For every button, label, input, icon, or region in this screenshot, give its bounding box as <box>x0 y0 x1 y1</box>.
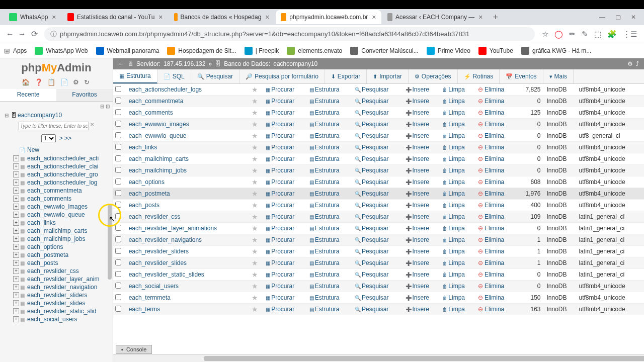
search-action[interactable]: 🔍Pesquisar <box>355 259 388 266</box>
empty-action[interactable]: 🗑Limpa <box>442 144 465 151</box>
row-checkbox[interactable] <box>115 155 121 161</box>
row-checkbox[interactable] <box>115 248 121 254</box>
tree-expand-icon[interactable]: + <box>13 228 19 234</box>
tree-expand-icon[interactable]: + <box>13 171 19 177</box>
search-action[interactable]: 🔍Pesquisar <box>355 98 388 105</box>
drop-action[interactable]: ⊖ Elimina <box>478 213 505 220</box>
content-tab-exportar[interactable]: ⬇Exportar <box>325 69 367 83</box>
favorite-star-icon[interactable]: ★ <box>250 153 264 165</box>
search-action[interactable]: 🔍Pesquisar <box>355 283 388 290</box>
drop-action[interactable]: ⊖ Elimina <box>478 248 505 255</box>
favorite-star-icon[interactable]: ★ <box>250 304 264 315</box>
row-checkbox[interactable] <box>115 213 121 219</box>
tree-expand-icon[interactable]: + <box>13 260 19 266</box>
table-name-link[interactable]: each_ewwwio_queue <box>127 130 250 142</box>
browse-action[interactable]: ▦Procurar <box>266 190 294 197</box>
drop-action[interactable]: ⊖ Elimina <box>478 271 505 278</box>
search-action[interactable]: 🔍Pesquisar <box>355 236 388 243</box>
structure-action[interactable]: ▤Estrutura <box>309 109 340 116</box>
tree-table-item[interactable]: +▦each_mailchimp_carts <box>4 227 113 235</box>
tree-expand-icon[interactable]: + <box>13 236 19 242</box>
empty-action[interactable]: 🗑Limpa <box>442 271 465 278</box>
tree-expand-icon[interactable]: + <box>13 204 19 210</box>
empty-action[interactable]: 🗑Limpa <box>442 248 465 255</box>
row-checkbox[interactable] <box>115 259 121 265</box>
structure-action[interactable]: ▤Estrutura <box>309 167 340 174</box>
row-checkbox[interactable] <box>115 132 121 138</box>
exit-icon[interactable]: ⤴ <box>636 60 639 67</box>
browse-action[interactable]: ▦Procurar <box>266 121 294 128</box>
structure-action[interactable]: ▤Estrutura <box>309 98 340 105</box>
content-tab-rotinas[interactable]: ⚡Rotinas <box>458 69 500 83</box>
tree-table-item[interactable]: +▦each_revslider_static_slid <box>4 307 113 315</box>
content-tab-operações[interactable]: ⚙Operações <box>409 69 458 83</box>
browse-action[interactable]: ▦Procurar <box>266 283 294 290</box>
drop-action[interactable]: ⊖ Elimina <box>478 294 505 301</box>
table-name-link[interactable]: each_actionscheduler_logs <box>127 84 250 96</box>
empty-action[interactable]: 🗑Limpa <box>442 190 465 197</box>
search-action[interactable]: 🔍Pesquisar <box>355 248 388 255</box>
search-action[interactable]: 🔍Pesquisar <box>355 109 388 116</box>
insert-action[interactable]: ➕Insere <box>406 294 429 301</box>
table-name-link[interactable]: each_links <box>127 142 250 153</box>
row-checkbox[interactable] <box>115 202 121 208</box>
tree-table-item[interactable]: +▦each_revslider_sliders <box>4 291 113 299</box>
insert-action[interactable]: ➕Insere <box>406 144 429 151</box>
insert-action[interactable]: ➕Insere <box>406 225 429 232</box>
structure-action[interactable]: ▤Estrutura <box>309 259 340 266</box>
favorite-star-icon[interactable]: ★ <box>250 130 264 142</box>
reload-button[interactable]: ⟳ <box>28 29 40 39</box>
favorite-star-icon[interactable]: ★ <box>250 142 264 153</box>
tree-expand-icon[interactable]: + <box>13 188 19 194</box>
row-checkbox[interactable] <box>115 144 121 150</box>
browser-tab[interactable]: WhatsApp× <box>4 10 61 24</box>
structure-action[interactable]: ▤Estrutura <box>309 294 340 301</box>
structure-action[interactable]: ▤Estrutura <box>309 283 340 290</box>
tree-table-item[interactable]: +▦each_posts <box>4 259 113 267</box>
favorite-star-icon[interactable]: ★ <box>250 188 264 200</box>
content-tab-pesquisar[interactable]: 🔍Pesquisar <box>191 69 239 83</box>
tree-expand-icon[interactable]: + <box>13 196 19 202</box>
sidebar-tab-favorites[interactable]: Favoritos <box>56 89 113 101</box>
row-checkbox[interactable] <box>115 167 121 173</box>
drop-action[interactable]: ⊖ Elimina <box>478 178 505 186</box>
drop-action[interactable]: ⊖ Elimina <box>478 283 505 290</box>
structure-action[interactable]: ▤Estrutura <box>309 190 340 197</box>
table-name-link[interactable]: each_ewwwio_images <box>127 119 250 130</box>
tree-expand-icon[interactable]: + <box>13 276 19 282</box>
insert-action[interactable]: ➕Insere <box>406 236 429 243</box>
tree-expand-icon[interactable]: + <box>13 300 19 306</box>
search-action[interactable]: 🔍Pesquisar <box>355 155 388 162</box>
insert-action[interactable]: ➕Insere <box>406 98 429 105</box>
insert-action[interactable]: ➕Insere <box>406 190 429 197</box>
bookmark-item[interactable]: WhatsApp Web <box>35 47 88 55</box>
empty-action[interactable]: 🗑Limpa <box>442 306 465 313</box>
search-action[interactable]: 🔍Pesquisar <box>355 202 388 209</box>
search-action[interactable]: 🔍Pesquisar <box>355 144 388 151</box>
maximize-button[interactable]: ▢ <box>615 14 621 21</box>
search-action[interactable]: 🔍Pesquisar <box>355 213 388 220</box>
sidebar-tab-recent[interactable]: Recente <box>0 89 56 101</box>
tree-table-item[interactable]: +▦each_revslider_slides <box>4 299 113 307</box>
empty-action[interactable]: 🗑Limpa <box>442 225 465 232</box>
close-window-button[interactable]: ✕ <box>631 14 636 21</box>
minimize-button[interactable]: — <box>599 14 605 21</box>
structure-action[interactable]: ▤Estrutura <box>309 225 340 232</box>
table-name-link[interactable]: each_mailchimp_jobs <box>127 165 250 176</box>
structure-action[interactable]: ▤Estrutura <box>309 306 340 313</box>
tree-new-table[interactable]: 📄New <box>4 145 113 154</box>
bookmark-item[interactable]: gráfica KWG - Há m... <box>521 47 591 55</box>
browse-action[interactable]: ▦Procurar <box>266 109 294 116</box>
table-name-link[interactable]: each_commentmeta <box>127 96 250 107</box>
tree-table-item[interactable]: +▦each_options <box>4 243 113 251</box>
settings-icon[interactable]: ⚙ <box>627 60 633 67</box>
horizontal-scrollbar[interactable] <box>113 354 644 362</box>
structure-action[interactable]: ▤Estrutura <box>309 213 340 220</box>
search-action[interactable]: 🔍Pesquisar <box>355 271 388 278</box>
tree-expand-icon[interactable]: + <box>13 308 19 314</box>
tree-table-item[interactable]: +▦each_ewwwio_images <box>4 203 113 211</box>
search-action[interactable]: 🔍Pesquisar <box>355 294 388 301</box>
insert-action[interactable]: ➕Insere <box>406 155 429 162</box>
browse-action[interactable]: ▦Procurar <box>266 98 294 105</box>
search-action[interactable]: 🔍Pesquisar <box>355 167 388 174</box>
